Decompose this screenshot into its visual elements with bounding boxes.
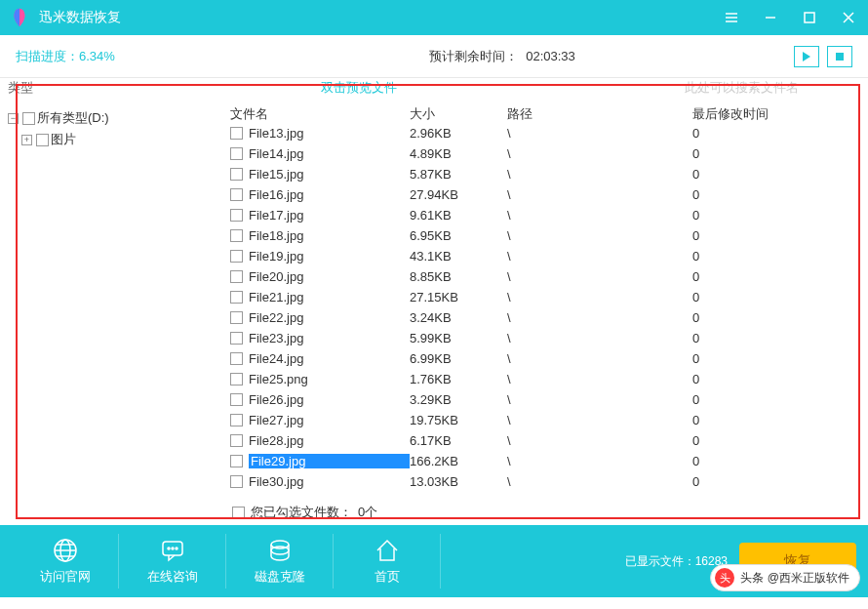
file-path: \	[507, 474, 692, 489]
table-row[interactable]: File19.jpg43.1KB\0	[224, 246, 868, 266]
list-body[interactable]: File13.jpg2.96KB\0File14.jpg4.89KB\0File…	[224, 123, 868, 500]
table-row[interactable]: File17.jpg9.61KB\0	[224, 205, 868, 225]
globe-icon	[52, 537, 79, 564]
tree-root-label: 所有类型(D:)	[37, 109, 109, 127]
tree-root-checkbox[interactable]	[22, 112, 35, 125]
file-name: File17.jpg	[249, 208, 410, 223]
table-row[interactable]: File21.jpg27.15KB\0	[224, 287, 868, 307]
table-row[interactable]: File22.jpg3.24KB\0	[224, 307, 868, 328]
file-name: File18.jpg	[249, 228, 410, 243]
file-path: \	[507, 331, 692, 345]
table-row[interactable]: File30.jpg13.03KB\0	[224, 471, 868, 492]
tree-child-checkbox[interactable]	[36, 134, 49, 146]
scan-progress-value: 6.34%	[79, 49, 115, 63]
file-name: File28.jpg	[249, 433, 410, 448]
file-name: File14.jpg	[249, 146, 410, 161]
play-button[interactable]	[794, 46, 819, 67]
file-size: 13.03KB	[410, 474, 507, 489]
file-name: File29.jpg	[249, 454, 410, 468]
file-path: \	[507, 392, 692, 407]
filter-strip: 类型 双击预览文件 此处可以搜索文件名	[0, 78, 868, 98]
row-checkbox[interactable]	[230, 414, 243, 426]
file-path: \	[507, 208, 692, 223]
tree-collapse-icon[interactable]: −	[8, 113, 19, 124]
file-path: \	[507, 269, 692, 284]
file-mtime: 0	[692, 126, 868, 141]
search-placeholder[interactable]: 此处可以搜索文件名	[685, 79, 860, 97]
app-title: 迅米数据恢复	[39, 9, 712, 26]
bottom-chat[interactable]: 在线咨询	[119, 534, 226, 589]
menu-icon[interactable]	[712, 0, 751, 35]
file-size: 2.96KB	[410, 126, 507, 141]
col-name-header[interactable]: 文件名	[224, 105, 410, 123]
col-size-header[interactable]: 大小	[410, 105, 507, 123]
row-checkbox[interactable]	[230, 373, 243, 386]
file-mtime: 0	[692, 454, 868, 468]
row-checkbox[interactable]	[230, 455, 243, 467]
table-row[interactable]: File25.png1.76KB\0	[224, 369, 868, 389]
file-mtime: 0	[692, 249, 868, 264]
disk-icon	[266, 537, 294, 564]
svg-point-16	[172, 548, 174, 549]
row-checkbox[interactable]	[230, 393, 243, 406]
table-row[interactable]: File20.jpg8.85KB\0	[224, 266, 868, 287]
file-size: 8.85KB	[410, 269, 507, 284]
col-path-header[interactable]: 路径	[507, 105, 692, 123]
bottom-home[interactable]: 首页	[334, 534, 441, 589]
file-list-panel: 文件名 大小 路径 最后修改时间 File13.jpg2.96KB\0File1…	[224, 98, 868, 525]
close-button[interactable]	[829, 0, 868, 35]
table-row[interactable]: File23.jpg5.99KB\0	[224, 328, 868, 348]
file-name: File20.jpg	[249, 269, 410, 284]
file-mtime: 0	[692, 269, 868, 284]
col-mtime-header[interactable]: 最后修改时间	[692, 105, 868, 123]
stop-button[interactable]	[827, 46, 852, 67]
shown-label: 已显示文件：	[625, 554, 695, 568]
table-row[interactable]: File26.jpg3.29KB\0	[224, 389, 868, 410]
row-checkbox[interactable]	[230, 434, 243, 447]
row-checkbox[interactable]	[230, 291, 243, 304]
summary-checkbox[interactable]	[232, 507, 245, 519]
row-checkbox[interactable]	[230, 332, 243, 345]
file-name: File22.jpg	[249, 310, 410, 325]
row-checkbox[interactable]	[230, 270, 243, 283]
minimize-button[interactable]	[751, 0, 790, 35]
tree-expand-icon[interactable]: +	[21, 135, 32, 145]
row-checkbox[interactable]	[230, 127, 243, 140]
file-mtime: 0	[692, 351, 868, 366]
file-name: File21.jpg	[249, 290, 410, 304]
row-checkbox[interactable]	[230, 475, 243, 488]
table-row[interactable]: File15.jpg5.87KB\0	[224, 164, 868, 184]
tree-child-row[interactable]: + 图片	[8, 129, 220, 150]
file-name: File25.png	[249, 372, 410, 386]
watermark-icon: 头	[715, 568, 734, 588]
table-row[interactable]: File29.jpg166.2KB\0	[224, 451, 868, 471]
row-checkbox[interactable]	[230, 352, 243, 365]
file-name: File19.jpg	[249, 249, 410, 264]
row-checkbox[interactable]	[230, 229, 243, 242]
row-checkbox[interactable]	[230, 147, 243, 160]
chat-icon	[159, 537, 186, 564]
file-path: \	[507, 351, 692, 366]
file-mtime: 0	[692, 392, 868, 407]
maximize-button[interactable]	[790, 0, 829, 35]
table-row[interactable]: File27.jpg19.75KB\0	[224, 410, 868, 430]
row-checkbox[interactable]	[230, 168, 243, 181]
row-checkbox[interactable]	[230, 188, 243, 201]
bottom-website[interactable]: 访问官网	[12, 534, 119, 589]
table-row[interactable]: File24.jpg6.99KB\0	[224, 348, 868, 369]
table-row[interactable]: File18.jpg6.95KB\0	[224, 225, 868, 246]
row-checkbox[interactable]	[230, 250, 243, 263]
file-path: \	[507, 413, 692, 427]
tree-root-row[interactable]: − 所有类型(D:)	[8, 107, 220, 129]
file-size: 27.15KB	[410, 290, 507, 304]
file-name: File30.jpg	[249, 474, 410, 489]
row-checkbox[interactable]	[230, 209, 243, 222]
table-row[interactable]: File16.jpg27.94KB\0	[224, 184, 868, 205]
file-mtime: 0	[692, 413, 868, 427]
bottom-clone[interactable]: 磁盘克隆	[226, 534, 334, 589]
table-row[interactable]: File28.jpg6.17KB\0	[224, 430, 868, 451]
table-row[interactable]: File13.jpg2.96KB\0	[224, 123, 868, 143]
table-row[interactable]: File14.jpg4.89KB\0	[224, 143, 868, 164]
row-checkbox[interactable]	[230, 311, 243, 324]
tree-panel: − 所有类型(D:) + 图片	[0, 98, 224, 525]
